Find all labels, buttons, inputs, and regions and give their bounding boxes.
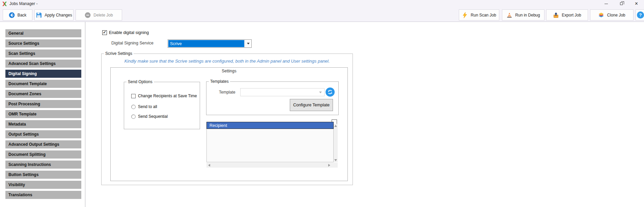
restore-button[interactable] (614, 0, 629, 7)
sidebar-item-document-splitting[interactable]: Document Splitting (5, 150, 81, 159)
help-button[interactable]: ? (636, 9, 644, 21)
minimize-icon (605, 4, 608, 4)
digital-signing-service-combobox[interactable]: Scrive (168, 39, 252, 48)
back-label: Back (18, 13, 27, 18)
send-options-group-title: Send Options (127, 79, 154, 84)
close-button[interactable]: × (629, 0, 644, 7)
scroll-up-icon[interactable] (334, 125, 337, 127)
enable-digital-signing-checkbox[interactable]: ✓ (102, 30, 107, 35)
sidebar-item-button-settings[interactable]: Button Settings (5, 171, 81, 179)
send-sequential-label: Send Sequential (138, 114, 168, 119)
run-in-debug-button[interactable]: Run in Debug (502, 9, 544, 21)
traffic-cone-icon (506, 12, 512, 18)
delete-job-button[interactable]: Delete Job (76, 9, 122, 21)
delete-icon (85, 12, 91, 18)
jobs-manager-window: Jobs Manager - × Back Apply Changes (0, 0, 644, 207)
change-recipients-checkbox[interactable] (131, 94, 136, 98)
export-job-label: Export Job (562, 13, 581, 18)
sidebar-item-general[interactable]: General (5, 29, 81, 37)
sidebar-item-metadata[interactable]: Metadata (5, 120, 81, 128)
chevron-down-icon (319, 92, 322, 93)
restore-icon (620, 2, 623, 5)
apply-changes-label: Apply Changes (45, 13, 72, 18)
sidebar-item-post-processing[interactable]: Post Processing (5, 100, 81, 108)
settings-panel-title: Settings (111, 69, 347, 73)
toolbar: Back Apply Changes Delete Job (0, 7, 644, 22)
scroll-down-icon[interactable] (334, 159, 337, 161)
save-icon (36, 12, 42, 18)
refresh-templates-button[interactable] (326, 88, 335, 97)
send-options-group: Send Options Change Recipients at Save T… (124, 82, 200, 129)
clone-job-button[interactable]: Clone Job (590, 9, 634, 21)
sidebar-item-document-zones[interactable]: Document Zones (5, 90, 81, 98)
sidebar-item-omr-template[interactable]: OMR Template (5, 110, 81, 118)
sidebar-item-output-settings[interactable]: Output Settings (5, 130, 81, 138)
export-box-icon (553, 12, 559, 18)
sidebar-item-advanced-output-settings[interactable]: Advanced Output Settings (5, 140, 81, 148)
help-icon: ? (637, 11, 644, 19)
enable-digital-signing-row[interactable]: ✓ Enable digital signing (102, 30, 149, 35)
recipient-grid: Recipient (206, 119, 338, 168)
layers-icon (598, 12, 604, 18)
back-button[interactable]: Back (3, 9, 32, 21)
send-sequential-radio[interactable] (131, 114, 136, 119)
sidebar-item-source-settings[interactable]: Source Settings (5, 39, 81, 47)
window-title: Jobs Manager - (9, 1, 37, 6)
sidebar-item-visibility[interactable]: Visibility (5, 181, 81, 189)
sidebar-item-document-template[interactable]: Document Template (5, 80, 81, 88)
vertical-scrollbar[interactable] (334, 124, 338, 162)
lightning-icon (462, 12, 468, 18)
refresh-icon (327, 89, 333, 95)
scroll-right-icon[interactable] (328, 164, 330, 167)
run-in-debug-label: Run in Debug (515, 13, 540, 18)
chevron-down-icon (247, 43, 250, 44)
back-arrow-icon (9, 12, 15, 18)
send-to-all-radio[interactable] (131, 105, 136, 109)
send-to-all-label: Send to all (138, 104, 157, 109)
run-scan-job-button[interactable]: Run Scan Job (459, 9, 499, 21)
send-sequential-row[interactable]: Send Sequential (131, 114, 168, 119)
export-job-button[interactable]: Export Job (546, 9, 588, 21)
close-icon: × (635, 1, 638, 6)
scrive-notice-text: Kindly make sure that the Scrive setting… (102, 59, 353, 64)
sidebar-item-advanced-scan-settings[interactable]: Advanced Scan Settings (5, 60, 81, 68)
horizontal-scrollbar[interactable] (206, 163, 338, 168)
run-scan-job-label: Run Scan Job (471, 13, 496, 18)
apply-changes-button[interactable]: Apply Changes (34, 9, 74, 21)
sidebar-item-scan-settings[interactable]: Scan Settings (5, 49, 81, 58)
sidebar-item-translations[interactable]: Translations (5, 191, 81, 199)
delete-job-label: Delete Job (93, 13, 113, 18)
sidebar-nav: GeneralSource SettingsScan SettingsAdvan… (5, 29, 81, 201)
templates-group-title: Templates (209, 79, 230, 84)
sidebar-divider (85, 22, 85, 207)
template-label: Template (219, 90, 235, 95)
recipient-grid-body[interactable] (206, 129, 334, 162)
template-combobox[interactable] (240, 88, 325, 96)
send-to-all-row[interactable]: Send to all (131, 104, 157, 109)
templates-group: Templates Template Configure Template (206, 81, 339, 115)
app-logo-icon (2, 1, 7, 6)
enable-digital-signing-label: Enable digital signing (109, 30, 149, 35)
change-recipients-label: Change Recipients at Save Time (138, 94, 197, 98)
digital-signing-service-label: Digital Signing Service (111, 41, 153, 45)
minimize-button[interactable] (598, 0, 614, 7)
digital-signing-service-dropdown-button[interactable] (245, 40, 251, 47)
configure-template-button[interactable]: Configure Template (290, 99, 333, 111)
scroll-left-icon[interactable] (208, 164, 210, 167)
recipient-column-header[interactable]: Recipient (206, 122, 334, 129)
title-bar: Jobs Manager - × (0, 0, 644, 7)
digital-signing-service-value: Scrive (168, 40, 244, 47)
scrive-settings-group-title: Scrive Settings (104, 51, 134, 56)
sidebar-item-digital-signing[interactable]: Digital Signing (5, 70, 81, 78)
change-recipients-row[interactable]: Change Recipients at Save Time (131, 94, 197, 98)
sidebar-item-scanning-instructions[interactable]: Scanning Instructions (5, 161, 81, 169)
clone-job-label: Clone Job (607, 13, 625, 18)
